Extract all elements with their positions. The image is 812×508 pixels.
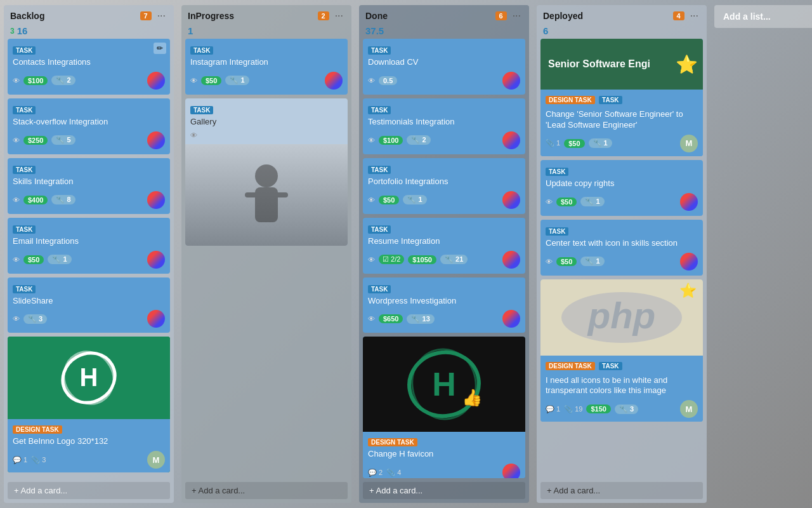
card-title: Change H favicon (368, 449, 520, 460)
card-skills-integration[interactable]: TASK Skills Integration 👁 $400 🔧 8 (8, 158, 170, 214)
design-task-label: DESIGN TASK (13, 425, 62, 434)
comment-count: 💬 1 (546, 405, 560, 413)
card-footer: 👁 ☑ 2/2 $1050 🔧 21 (368, 251, 520, 269)
svg-text:H: H (80, 363, 98, 391)
tasks-badge: 🔧 1 (225, 76, 249, 85)
h-favicon-image: H 👍 (363, 337, 525, 432)
deployed-menu[interactable]: ··· (688, 10, 700, 22)
eye-icon: 👁 (13, 137, 20, 144)
card-title: Instagram Integration (190, 57, 343, 68)
inprogress-menu[interactable]: ··· (333, 10, 345, 22)
senior-engineer-text: Senior Software Engi (548, 58, 650, 70)
card-instagram[interactable]: TASK Instagram Integration 👁 $50 🔧 1 (185, 39, 348, 95)
column-header-deployed: Deployed 4 ··· (537, 5, 707, 25)
card-header: TASK Gallery 👁 (185, 98, 348, 144)
task-label: TASK (13, 106, 36, 114)
done-count1: 37.5 (365, 25, 384, 36)
task-label: TASK (190, 106, 213, 114)
price-badge: $50 (201, 76, 221, 85)
card-gallery[interactable]: TASK Gallery 👁 (185, 98, 348, 246)
card-footer: 👁 $650 🔧 13 (368, 310, 520, 328)
column-header-backlog: Backlog 7 ··· (4, 5, 174, 25)
task-label: TASK (368, 106, 391, 114)
avatar (147, 72, 165, 90)
paperclip-count: 📎 19 (564, 405, 582, 413)
card-title: Center text with icon in skills section (546, 238, 698, 249)
task-label: TASK (13, 166, 36, 174)
eye-icon: 👁 (13, 196, 20, 204)
task-label: TASK (599, 96, 622, 104)
checklist-badge: ☑ 2/2 (379, 255, 404, 264)
task-label: TASK (13, 225, 36, 234)
done-menu[interactable]: ··· (511, 10, 523, 22)
price-badge: $150 (586, 404, 610, 413)
card-beinno-logo[interactable]: H DESIGN TASK Get BeInno Logo 320*132 💬 … (8, 337, 170, 472)
task-label: TASK (368, 225, 391, 234)
price-badge: $250 (23, 136, 48, 145)
tasks-badge: 🔧 3 (23, 314, 47, 324)
comment-count: 💬 1 (13, 456, 27, 464)
eye-icon: 👁 (546, 258, 553, 265)
card-resume[interactable]: TASK Resume Integration 👁 ☑ 2/2 $1050 🔧 … (363, 218, 525, 274)
price-badge: $1050 (408, 255, 436, 264)
svg-text:👍: 👍 (462, 387, 482, 408)
card-title: Change 'Senior Software Engineer' to 'Le… (546, 109, 698, 131)
column-header-inprogress: InProgress 2 ··· (181, 5, 351, 25)
task-label: TASK (368, 285, 391, 293)
card-footer: 👁 $50 🔧 1 (190, 72, 343, 90)
add-card-inprogress[interactable]: + Add a card... (185, 482, 348, 499)
task-label: TASK (368, 166, 391, 174)
avatar (147, 191, 165, 209)
card-stackoverflow[interactable]: TASK Stack-overflow Integration 👁 $250 🔧… (8, 98, 170, 154)
card-contacts-integrations[interactable]: ✏ TASK Contacts Integrations 👁 $100 🔧 2 (8, 39, 170, 95)
eye-icon: 👁 (368, 196, 375, 204)
kanban-board: Backlog 7 ··· 3 16 ✏ TASK Contacts Integ… (0, 0, 812, 508)
card-title: Get BeInno Logo 320*132 (13, 436, 165, 447)
inprogress-badge: 2 (318, 11, 329, 20)
svg-rect-4 (255, 187, 278, 222)
card-footer: 👁 $50 🔧 1 (13, 251, 165, 269)
tasks-badge: 🔧 8 (51, 195, 75, 204)
card-title: Update copy rights (546, 178, 698, 189)
add-card-done[interactable]: + Add a card... (363, 482, 525, 499)
card-footer: 👁 $50 🔧 1 (546, 253, 698, 271)
card-wordpress[interactable]: TASK Wordpress Investigation 👁 $650 🔧 13 (363, 277, 525, 333)
card-footer: 💬 1 📎 19 $150 🔧 3 M (546, 400, 698, 418)
avatar (147, 131, 165, 149)
add-card-backlog[interactable]: + Add a card... (8, 482, 170, 499)
gallery-image (185, 144, 348, 246)
card-footer: 👁 🔧 3 (13, 310, 165, 328)
card-senior-engineer[interactable]: Senior Software Engi ⭐ DESIGN TASK TASK … (540, 39, 703, 156)
card-php-icons[interactable]: php ⭐ DESIGN TASK TASK I need all icons … (540, 279, 703, 422)
comment-count: 📎 1 (546, 139, 560, 147)
card-title: I need all icons to be in white and tran… (546, 375, 698, 397)
card-footer: 👁 $250 🔧 5 (13, 131, 165, 149)
pencil-button[interactable]: ✏ (154, 43, 166, 54)
price-badge: 0.5 (379, 76, 397, 85)
add-card-deployed[interactable]: + Add a card... (540, 482, 703, 499)
add-list-button[interactable]: Add a list... (714, 5, 812, 28)
card-title: SlideShare (13, 296, 165, 307)
design-task-label: DESIGN TASK (368, 438, 417, 446)
column-header-done: Done 6 ··· (359, 5, 529, 25)
card-portfolio[interactable]: TASK Portofolio Integrations 👁 $50 🔧 1 (363, 158, 525, 214)
svg-text:H: H (432, 366, 456, 403)
card-testimonials[interactable]: TASK Testimonials Integration 👁 $100 🔧 2 (363, 98, 525, 154)
eye-icon: 👁 (190, 77, 197, 84)
card-update-copy-rights[interactable]: TASK Update copy rights 👁 $50 🔧 1 (540, 160, 703, 216)
backlog-menu[interactable]: ··· (155, 10, 167, 22)
card-download-cv[interactable]: TASK Download CV 👁 0.5 (363, 39, 525, 95)
card-slideshare[interactable]: TASK SlideShare 👁 🔧 3 (8, 277, 170, 333)
task-label: TASK (599, 362, 622, 370)
column-title-done: Done (365, 11, 492, 21)
task-label: TASK (13, 46, 36, 55)
card-email-integrations[interactable]: TASK Email Integrations 👁 $50 🔧 1 (8, 218, 170, 274)
eye-icon: 👁 (13, 77, 20, 84)
task-label: TASK (368, 46, 391, 55)
card-h-favicon[interactable]: H 👍 DESIGN TASK Change H favicon 💬 2 📎 4 (363, 337, 525, 478)
done-cards: TASK Download CV 👁 0.5 TASK Testimonials… (359, 39, 529, 482)
avatar-m: M (147, 451, 165, 469)
comment-count: 💬 2 (368, 469, 383, 477)
card-center-text-skills[interactable]: TASK Center text with icon in skills sec… (540, 220, 703, 276)
price-badge: $50 (556, 197, 577, 206)
